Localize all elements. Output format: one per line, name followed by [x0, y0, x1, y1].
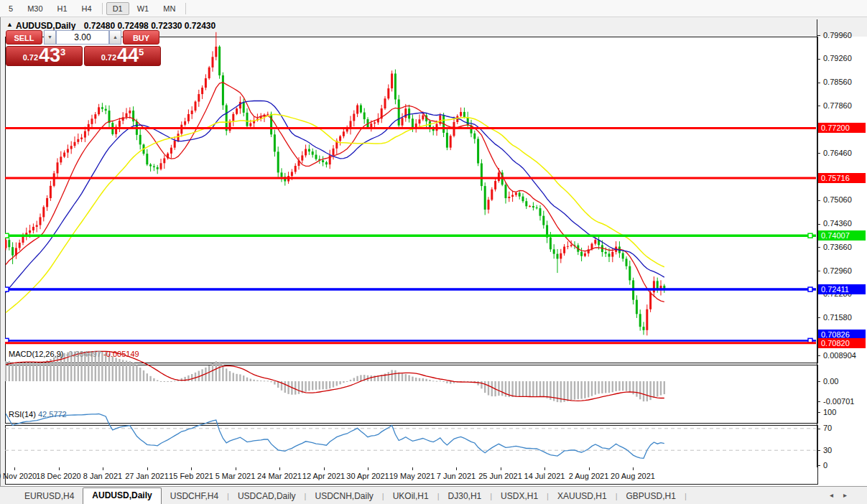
price-tick-mark	[817, 247, 820, 248]
date-label: 20 Aug 2021	[611, 472, 655, 480]
price-tick-mark	[817, 271, 820, 271]
buy-price-box[interactable]: 0.72 44 5	[84, 46, 161, 66]
sell-price-main: 43	[39, 46, 60, 65]
macd-pane[interactable]	[5, 365, 818, 424]
date-tick-mark	[633, 467, 634, 470]
date-tick-mark	[14, 467, 15, 470]
price-badge-0.75716: 0.75716	[818, 173, 866, 183]
rsi-tick-label: 0	[823, 461, 827, 470]
rsi-label: RSI(14) 42.5772	[9, 410, 67, 419]
rsi-name: RSI(14)	[9, 410, 36, 419]
date-label: 15 Feb 2021	[169, 472, 213, 480]
chart-tab-xauusd[interactable]: XAUUSD,H1	[549, 489, 616, 504]
window-collapse-icon[interactable]: ▲	[6, 21, 13, 28]
price-tick-label: 0.77860	[823, 101, 852, 110]
chart-tab-usdx[interactable]: USDX,H1	[492, 489, 547, 504]
date-label: 18 Dec 2020	[36, 472, 80, 480]
tab-scroll-left-icon[interactable]: ◂	[830, 491, 843, 499]
date-tick-mark	[589, 467, 590, 470]
price-tick-label: 0.72960	[823, 266, 852, 275]
date-tick-mark	[147, 467, 148, 470]
price-tick-mark	[817, 200, 820, 201]
macd-tick-label: -0.00701	[823, 397, 854, 406]
sell-price-pip: 3	[60, 47, 65, 57]
date-label: 25 Jun 2021	[478, 472, 522, 480]
date-tick-mark	[279, 467, 280, 470]
price-tick-mark	[817, 153, 820, 154]
rsi-value: 42.5772	[38, 410, 67, 419]
timeframe-button-h1[interactable]: H1	[51, 2, 74, 15]
price-tick-label: 0.73660	[823, 243, 852, 251]
chart-tab-usdcad[interactable]: USDCAD,Daily	[229, 489, 305, 504]
price-tick-label: 0.79260	[823, 54, 852, 62]
macd-tick-mark	[817, 355, 820, 356]
chart-window-frame	[0, 17, 867, 486]
date-tick-mark	[544, 467, 545, 470]
price-badge-0.77200: 0.77200	[818, 123, 866, 133]
price-tick-label: 0.78560	[823, 78, 852, 86]
price-badge-0.70820: 0.70820	[818, 338, 866, 348]
price-tick-label: 0.74360	[823, 219, 852, 228]
timeframe-button-5[interactable]: 5	[2, 2, 19, 15]
rsi-tick-mark	[817, 412, 820, 413]
tab-scroll-right-icon[interactable]: ▸	[843, 491, 857, 499]
tab-scroll-arrows: ◂▸	[830, 491, 857, 499]
macd-tick-label: 0.008904	[823, 351, 856, 360]
price-tick-mark	[817, 317, 820, 318]
volume-decrease-button[interactable]: ▼	[44, 30, 56, 45]
timeframe-button-d1[interactable]: D1	[106, 2, 129, 15]
date-label: 5 Mar 2021	[215, 472, 256, 480]
chart-tab-bar: EURUSD,H4AUDUSD,DailyUSDCHF,H4|USDCAD,Da…	[0, 486, 867, 504]
timeframe-button-h4[interactable]: H4	[75, 2, 98, 15]
buy-price-prefix: 0.72	[101, 50, 116, 65]
macd-name: MACD(12,26,9)	[9, 350, 63, 358]
timeframe-button-m30[interactable]: M30	[21, 2, 49, 15]
date-label: 30 Nov 2020	[0, 472, 37, 480]
volume-input[interactable]	[56, 30, 109, 45]
price-tick-mark	[817, 35, 820, 36]
sell-price-prefix: 0.72	[23, 50, 38, 65]
date-label: 24 Mar 2021	[257, 472, 302, 480]
date-tick-mark	[236, 467, 236, 470]
chart-tab-gbpusd[interactable]: GBPUSD,H1	[618, 489, 685, 504]
volume-increase-button[interactable]: ▲	[109, 30, 121, 45]
chart-tab-usdcnh[interactable]: USDCNH,Daily	[306, 489, 381, 504]
timeframe-button-w1[interactable]: W1	[131, 2, 156, 15]
price-chart-pane[interactable]	[5, 37, 818, 363]
sell-price-box[interactable]: 0.72 43 3	[6, 46, 83, 66]
price-tick-mark	[817, 224, 820, 225]
date-label: 8 Jan 2021	[83, 472, 122, 480]
timeframe-button-mn[interactable]: MN	[157, 2, 182, 15]
buy-button[interactable]: BUY	[123, 30, 159, 45]
chart-tab-ukoil[interactable]: UKOil,H1	[384, 489, 437, 504]
date-label: 7 Jun 2021	[437, 472, 476, 480]
price-tick-mark	[817, 106, 820, 106]
one-click-trade-panel: SELL ▼ ▲ BUY 0.72 43 3 0.72 44 5	[6, 30, 161, 66]
macd-tick-mark	[817, 381, 820, 382]
chart-tab-dj30[interactable]: DJ30,H1	[440, 489, 491, 504]
rsi-tick-label: 100	[823, 408, 836, 416]
rsi-tick-label: 70	[823, 424, 832, 432]
tab-separator: |	[685, 492, 687, 504]
macd-tick-label: 0.00	[823, 377, 838, 386]
rsi-tick-label: 30	[823, 446, 832, 454]
macd-main-value: -0.004497	[65, 350, 101, 358]
sell-button[interactable]: SELL	[6, 30, 42, 45]
rsi-tick-mark	[817, 450, 820, 451]
price-tick-label: 0.79960	[823, 31, 852, 39]
date-tick-mark	[103, 467, 103, 470]
date-label: 2 Aug 2021	[569, 472, 609, 480]
price-tick-mark	[817, 59, 820, 60]
date-tick-mark	[456, 467, 457, 470]
chart-tab-usdchf[interactable]: USDCHF,H4	[162, 489, 227, 504]
chart-ohlc-values: 0.72480 0.72498 0.72330 0.72430	[84, 21, 216, 31]
chart-tab-eurusd[interactable]: EURUSD,H4	[16, 489, 83, 504]
buy-price-pip: 5	[139, 47, 144, 57]
chart-tab-audusd[interactable]: AUDUSD,Daily	[83, 487, 161, 504]
date-tick-mark	[368, 467, 368, 470]
price-tick-label: 0.76460	[823, 149, 852, 157]
toolbar-separator	[102, 3, 103, 14]
rsi-tick-mark	[817, 465, 820, 466]
macd-signal-value: -0.005149	[103, 350, 139, 358]
macd-tick-mark	[817, 401, 820, 402]
